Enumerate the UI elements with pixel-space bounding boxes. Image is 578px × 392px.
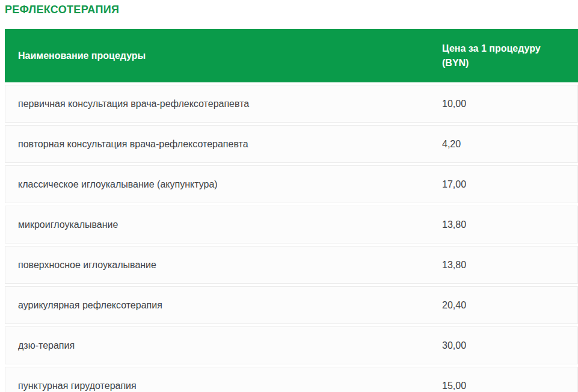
column-header-procedure-name: Наименование процедуры xyxy=(5,49,429,63)
table-row: повторная консультация врача-рефлексотер… xyxy=(5,125,578,163)
procedure-price: 13,80 xyxy=(429,218,577,231)
table-row: аурикулярная рефлексотерапия 20,40 xyxy=(5,286,578,324)
procedure-price: 10,00 xyxy=(429,97,577,111)
table-row: микроиглоукалывание 13,80 xyxy=(5,206,578,243)
procedure-name: аурикулярная рефлексотерапия xyxy=(5,299,429,312)
procedure-name: первичная консультация врача-рефлексотер… xyxy=(5,97,429,111)
table-header-row: Наименование процедуры Цена за 1 процеду… xyxy=(5,29,578,82)
procedure-name: повторная консультация врача-рефлексотер… xyxy=(5,138,429,151)
procedure-price: 15,00 xyxy=(429,379,577,392)
table-row: классическое иглоукалывание (акупунктура… xyxy=(5,165,578,203)
table-row: дзю-терапия 30,00 xyxy=(5,326,578,364)
procedure-name: пунктурная гирудотерапия xyxy=(5,379,429,392)
table-row: поверхносное иглоукалывание 13,80 xyxy=(5,246,578,284)
procedure-name: микроиглоукалывание xyxy=(5,218,429,231)
column-header-price: Цена за 1 процедуру (BYN) xyxy=(429,41,578,70)
price-list-page: РЕФЛЕКСОТЕРАПИЯ Наименование процедуры Ц… xyxy=(0,0,578,392)
procedure-price: 13,80 xyxy=(429,259,577,272)
procedure-price: 30,00 xyxy=(429,339,577,352)
section-title: РЕФЛЕКСОТЕРАПИЯ xyxy=(5,4,578,16)
procedure-price: 20,40 xyxy=(429,299,577,312)
procedure-price: 4,20 xyxy=(429,138,577,151)
table-row: первичная консультация врача-рефлексотер… xyxy=(5,85,578,123)
procedure-name: поверхносное иглоукалывание xyxy=(5,259,429,272)
price-table: Наименование процедуры Цена за 1 процеду… xyxy=(5,29,578,392)
procedure-name: дзю-терапия xyxy=(5,339,429,352)
procedure-price: 17,00 xyxy=(429,178,577,191)
procedure-name: классическое иглоукалывание (акупунктура… xyxy=(5,178,429,191)
table-row: пунктурная гирудотерапия 15,00 xyxy=(5,367,578,392)
